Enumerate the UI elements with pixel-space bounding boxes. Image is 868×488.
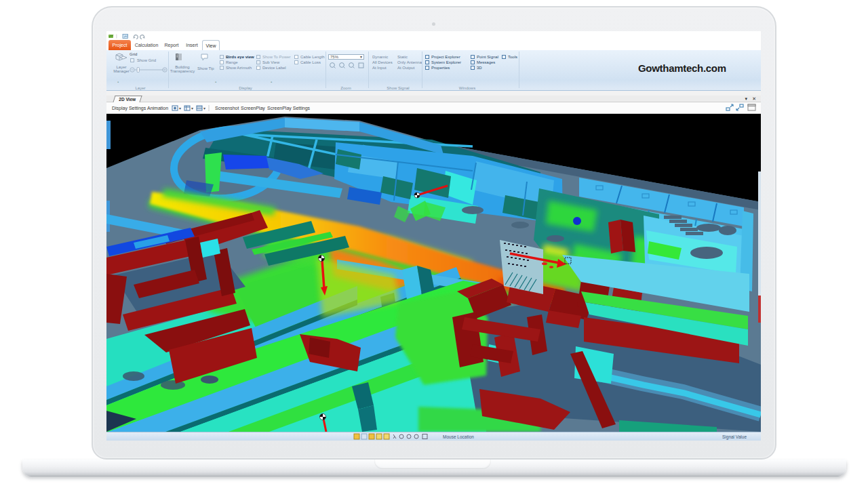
svg-text:▾: ▾ bbox=[191, 106, 193, 110]
svg-text:▾: ▾ bbox=[179, 106, 181, 110]
svg-text:▾: ▾ bbox=[203, 106, 205, 110]
